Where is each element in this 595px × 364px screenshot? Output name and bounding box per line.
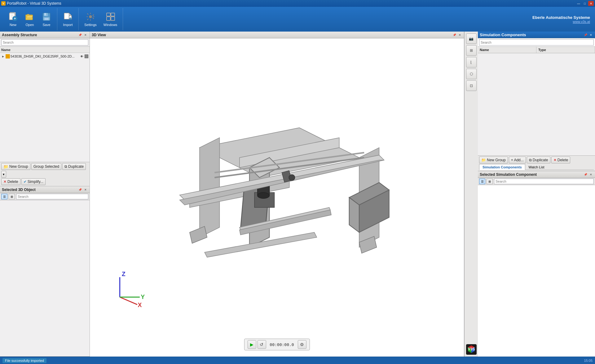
- sim-delete-label: Delete: [558, 158, 568, 162]
- duplicate-dropdown-button[interactable]: ▾: [1, 171, 6, 178]
- import-button[interactable]: Import: [60, 9, 76, 30]
- section-icon: ⌊: [470, 60, 472, 64]
- selected-sim-content: [478, 185, 595, 357]
- assembly-bottom-toolbar: 📁 New Group Group Selected ⧉ Duplicate ▾…: [0, 162, 90, 186]
- settings-button[interactable]: Settings: [81, 9, 100, 30]
- assembly-close-button[interactable]: ✕: [83, 33, 88, 37]
- sim-comp-header-controls: 📌 ✕: [583, 33, 593, 37]
- selected-3d-close-button[interactable]: ✕: [83, 188, 88, 192]
- assembly-pin-button[interactable]: 📌: [78, 33, 82, 37]
- assembly-search-input[interactable]: [1, 39, 88, 46]
- render-tool-button[interactable]: ⊡: [466, 80, 477, 91]
- new-group-icon: 📁: [3, 164, 8, 169]
- import-icon: [63, 12, 73, 22]
- settings-icon: [86, 12, 95, 22]
- sim-comp-table: [478, 53, 595, 155]
- group-selected-button[interactable]: Group Selected: [31, 163, 61, 170]
- sim-new-group-button[interactable]: 📁 New Group: [479, 157, 508, 163]
- settings-label: Settings: [84, 23, 97, 27]
- svg-rect-20: [90, 48, 464, 347]
- svg-rect-17: [111, 13, 115, 16]
- list-view-button[interactable]: ☰: [1, 194, 7, 199]
- save-button[interactable]: Save: [38, 9, 55, 30]
- sim-tab-watchlist[interactable]: Watch List: [525, 164, 548, 170]
- 3d-view-close-button[interactable]: ✕: [458, 33, 462, 37]
- svg-point-32: [258, 193, 270, 198]
- sel-sim-grid-view-button[interactable]: ⊞: [487, 179, 493, 184]
- reset-button[interactable]: ↺: [257, 340, 266, 349]
- selected-sim-pin-button[interactable]: 📌: [583, 172, 588, 177]
- viewport-tools: 📷 ⊞ ⌊ ⬡ ⊡: [464, 32, 478, 357]
- company-url[interactable]: www.v3s.at: [573, 20, 590, 24]
- simulation-components-title: Simulation Components: [480, 32, 526, 37]
- left-panel: Assembly Structure 📌 ✕ Name ▶ 543036_DHS…: [0, 32, 90, 357]
- app-title: PortalRobot - Virtual 3D Systems: [7, 1, 61, 6]
- 3d-view-content[interactable]: Z X Y ▶ ↺ 00:00:00.0 ⚙: [90, 38, 464, 357]
- 3d-robot-viewport[interactable]: Z X Y: [90, 38, 464, 357]
- selected-3d-search-input[interactable]: [16, 194, 88, 199]
- selected-3d-pin-button[interactable]: 📌: [78, 188, 82, 192]
- measure-tool-button[interactable]: ⊞: [466, 45, 477, 56]
- assembly-btn-row-2: ✕ Delete ✔ Simplify...: [1, 178, 88, 185]
- simplify-button[interactable]: ✔ Simplify...: [21, 178, 46, 185]
- sim-comp-search-input[interactable]: [479, 39, 594, 46]
- simulation-components-panel: Simulation Components 📌 ✕ Name Type 📁 Ne…: [478, 32, 595, 171]
- sim-delete-icon: ✕: [553, 158, 557, 162]
- selected-sim-toolbar: ☰ ⊞: [478, 178, 595, 185]
- file-toolbar-group: + New Open: [2, 8, 57, 30]
- assembly-btn-row-1: 📁 New Group Group Selected ⧉ Duplicate ▾: [1, 163, 88, 178]
- duplicate-button[interactable]: ⧉ Duplicate: [62, 163, 86, 170]
- sim-add-button[interactable]: + Add...: [509, 157, 526, 163]
- sim-comp-pin-button[interactable]: 📌: [583, 33, 588, 37]
- sim-duplicate-icon: ⧉: [529, 158, 532, 162]
- close-button[interactable]: ✕: [588, 1, 594, 6]
- new-button[interactable]: + New: [5, 9, 21, 30]
- sim-comp-table-header: Name Type: [478, 47, 595, 53]
- selected-sim-close-button[interactable]: ✕: [589, 172, 593, 177]
- svg-point-15: [89, 15, 92, 18]
- assembly-tree: ▶ 543036_DHSR_DKI_DGE25RF_500-2D... 👁: [0, 53, 90, 162]
- tree-color-swatch[interactable]: [85, 54, 88, 58]
- v3s-logo[interactable]: V3S: [466, 344, 477, 355]
- 3d-view-pin-button[interactable]: 📌: [452, 33, 456, 37]
- svg-rect-12: [45, 18, 48, 20]
- svg-text:Y: Y: [141, 294, 145, 300]
- settings-toolbar-group: Settings Windows: [79, 8, 123, 30]
- camera-icon: 📷: [469, 37, 474, 41]
- main-content: Assembly Structure 📌 ✕ Name ▶ 543036_DHS…: [0, 32, 595, 357]
- simplify-icon: ✔: [24, 180, 27, 184]
- status-bar: File successfully imported 15:05: [0, 357, 595, 364]
- playback-settings-button[interactable]: ⚙: [298, 340, 306, 349]
- object-tool-button[interactable]: ⬡: [466, 69, 477, 79]
- delete-button[interactable]: ✕ Delete: [1, 178, 20, 185]
- selected-sim-search-input[interactable]: [494, 179, 594, 184]
- section-tool-button[interactable]: ⌊: [466, 57, 477, 67]
- new-group-button[interactable]: 📁 New Group: [1, 163, 30, 170]
- import-label: Import: [63, 23, 73, 27]
- assembly-structure-title: Assembly Structure: [2, 33, 37, 37]
- svg-text:Z: Z: [122, 271, 126, 277]
- open-button[interactable]: Open: [22, 9, 38, 30]
- sim-comp-bottom: 📁 New Group + Add... ⧉ Duplicate ✕ Delet…: [478, 155, 595, 171]
- center-panel: 3D View 📌 ✕: [90, 32, 464, 357]
- sim-delete-button[interactable]: ✕ Delete: [551, 157, 571, 163]
- new-icon: +: [8, 12, 18, 22]
- sim-duplicate-button[interactable]: ⧉ Duplicate: [527, 157, 550, 163]
- tree-item-root[interactable]: ▶ 543036_DHSR_DKI_DGE25RF_500-2D... 👁: [0, 53, 90, 60]
- group-selected-label: Group Selected: [33, 164, 59, 169]
- svg-point-45: [289, 175, 295, 180]
- windows-button[interactable]: Windows: [100, 9, 121, 30]
- tree-visibility-button[interactable]: 👁: [80, 54, 84, 58]
- sim-tab-components[interactable]: Simulation Components: [479, 164, 525, 170]
- duplicate-label: Duplicate: [68, 164, 84, 169]
- selected-3d-title: Selected 3D Object: [2, 188, 36, 192]
- selected-3d-toolbar: ☰ ⊞: [0, 193, 90, 200]
- minimize-button[interactable]: —: [576, 1, 581, 6]
- grid-view-button[interactable]: ⊞: [9, 194, 15, 199]
- camera-tool-button[interactable]: 📷: [466, 33, 477, 44]
- app-logo: V: [1, 1, 6, 6]
- play-button[interactable]: ▶: [247, 340, 256, 349]
- maximize-button[interactable]: □: [582, 1, 588, 6]
- sel-sim-list-view-button[interactable]: ☰: [479, 179, 485, 184]
- sim-comp-close-button[interactable]: ✕: [589, 33, 593, 37]
